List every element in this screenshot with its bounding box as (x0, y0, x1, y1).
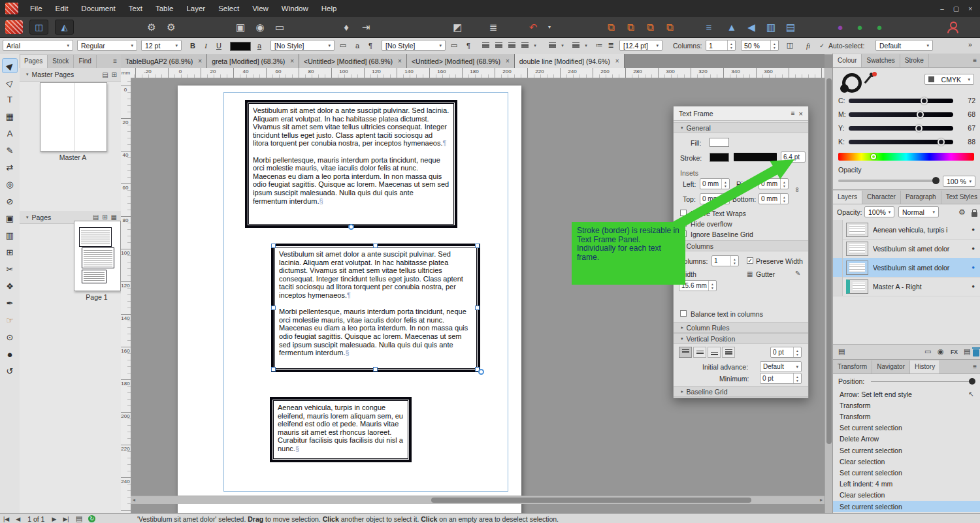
selection-handle[interactable] (271, 244, 276, 248)
history-item[interactable]: Transform (833, 411, 980, 422)
layer-thumbnail[interactable] (846, 223, 868, 237)
character-style-select[interactable]: [No Style] ▾ (270, 40, 335, 51)
highlight-a-icon[interactable]: a (253, 40, 265, 51)
stepper-arrows-icon[interactable]: ▴▾ (770, 40, 778, 50)
columns-tool[interactable]: ▥ (2, 228, 18, 243)
artistic-text-tool[interactable]: A (2, 126, 18, 141)
view-hand-tool[interactable]: ☞ (2, 313, 18, 328)
character-panel-icon[interactable]: ▭ (337, 40, 349, 51)
text-frame-1[interactable]: Vestibulum sit amet dolor a ante suscipi… (245, 100, 457, 228)
font-colour-swatch[interactable] (230, 42, 251, 51)
preferences-gear-icon[interactable]: ⚙ (145, 20, 158, 35)
restore-button[interactable]: ▢ (953, 5, 959, 12)
close-tab-icon[interactable]: × (615, 57, 619, 65)
paragraph-panel-icon[interactable]: ▭ (448, 40, 460, 51)
vertical-scroll-thumb[interactable] (826, 78, 832, 444)
text-flow-node[interactable] (348, 224, 354, 230)
fx-icon[interactable]: FX (951, 349, 958, 355)
paragraph-style-select[interactable]: [No Style] ▾ (382, 40, 446, 51)
align-left-edge-icon[interactable]: ◀ (745, 20, 758, 35)
tf-columns-field[interactable]: 1 ▴▾ (711, 255, 739, 266)
text-ruler-icon[interactable]: ⇥ (359, 20, 372, 35)
colour-model-select[interactable]: CMYK ▾ (924, 74, 974, 85)
pilcrow-icon[interactable]: ¶ (463, 40, 474, 51)
close-tab-icon[interactable]: × (198, 57, 202, 65)
cmyk-slider-track[interactable] (849, 99, 953, 103)
eyedropper-icon[interactable] (867, 74, 869, 84)
master-page-thumbnail[interactable] (40, 82, 107, 151)
opacity-handle[interactable] (932, 177, 939, 184)
inset-left-field[interactable]: 0 mm ▴▾ (700, 178, 730, 189)
align-shapes-icon[interactable]: ▲ (725, 20, 738, 35)
history-item[interactable]: Delete Arrow (833, 434, 980, 445)
panel-close-icon[interactable]: × (799, 110, 803, 118)
menu-item-text[interactable]: Text (122, 0, 149, 17)
menu-item-document[interactable]: Document (74, 0, 122, 17)
transform-tool[interactable]: ⇄ (2, 160, 18, 175)
layer-thumbnail[interactable] (846, 261, 868, 275)
layers-opacity-select[interactable]: 100% ▾ (864, 206, 894, 217)
publisher-persona-icon[interactable] (5, 20, 23, 34)
menu-item-window[interactable]: Window (275, 0, 315, 17)
grid-options-icon[interactable]: ▤ (784, 20, 797, 35)
selection-handle[interactable] (271, 306, 276, 310)
cmyk-slider-handle[interactable] (915, 125, 923, 132)
tab-stroke[interactable]: Stroke (900, 54, 929, 67)
layer-edit-gutter[interactable] (833, 277, 843, 296)
picture-frame-tool-icon[interactable]: ▣ (234, 20, 247, 35)
menu-item-view[interactable]: View (246, 0, 275, 17)
layer-thumbnail[interactable] (846, 242, 868, 256)
layer-row[interactable]: Master A - Right● (833, 277, 980, 296)
tab-stock[interactable]: Stock (48, 55, 74, 68)
balance-text-checkbox[interactable] (680, 310, 687, 317)
node-tool[interactable]: ▷ (2, 75, 18, 90)
picture-frame-tool[interactable]: ▣ (2, 211, 18, 226)
tab-text-styles[interactable]: Text Styles (941, 191, 980, 204)
layer-edit-gutter[interactable] (833, 239, 843, 258)
valign-bottom-button[interactable] (708, 347, 721, 358)
tab-find[interactable]: Find (74, 55, 96, 68)
stepper-arrows-icon[interactable]: ▴▾ (793, 347, 801, 357)
layer-stack-icon[interactable]: ▤ (838, 347, 845, 356)
history-item[interactable]: Transform (833, 400, 980, 411)
font-style-select[interactable]: Regular ▾ (77, 40, 137, 51)
history-position-handle[interactable] (969, 378, 975, 385)
stepper-arrows-icon[interactable]: ▴▾ (780, 179, 788, 189)
colour-wheel-icon[interactable] (842, 73, 862, 93)
last-page-button[interactable]: ▶| (59, 516, 72, 522)
document-tab-2[interactable]: greta [Modified] (68.3%)× (207, 54, 299, 68)
menu-item-table[interactable]: Table (149, 0, 180, 17)
valign-justify-button[interactable] (722, 347, 735, 358)
document-tab-1[interactable]: TableBugAP2 (68.9%)× (121, 54, 207, 68)
valign-center-button[interactable] (693, 347, 706, 358)
history-item[interactable]: Arrow: Set left end style↖ (833, 388, 980, 400)
first-page-button[interactable]: |◀ (0, 516, 12, 522)
valign-top-button[interactable] (679, 347, 692, 358)
tab-colour[interactable]: Colour (833, 54, 862, 67)
move-tool[interactable]: ▶ (2, 58, 18, 73)
mask-icon[interactable]: ▭ (924, 347, 931, 356)
stroke-swatch[interactable] (710, 153, 729, 162)
stroke-width-field[interactable]: 6.4 pt (781, 151, 806, 163)
cmyk-slider-handle[interactable] (921, 97, 928, 104)
general-section-header[interactable]: ▾ General (674, 122, 808, 133)
pages-grid-icon[interactable]: ▦ (111, 214, 117, 221)
edit-master-icon[interactable]: ▤ (102, 71, 108, 78)
spacing-dropdown-icon[interactable]: ▾ (581, 40, 588, 51)
stepper-arrows-icon[interactable]: ▴▾ (730, 256, 738, 266)
valign-offset-field[interactable]: 0 pt ▴▾ (770, 347, 802, 358)
zoom-tool[interactable]: ⊙ (2, 330, 18, 345)
opacity-slider[interactable] (838, 180, 936, 182)
tab-swatches[interactable]: Swatches (862, 54, 900, 67)
layer-visibility-icon[interactable]: ● (972, 227, 975, 232)
show-marks-icon[interactable]: ¶ (365, 40, 376, 51)
fill-swatch[interactable] (710, 138, 729, 147)
opacity-select[interactable]: 100 % ▾ (943, 176, 975, 187)
text-frame-2[interactable]: Vestibulum sit amet dolor a ante suscipi… (271, 244, 480, 372)
tab-paragraph[interactable]: Paragraph (901, 191, 941, 204)
vector-brush-tool[interactable]: ✎ (2, 143, 18, 158)
place-image-icon[interactable]: ♦ (340, 20, 353, 35)
lock-icon[interactable] (972, 210, 977, 218)
move-to-back-icon[interactable]: ⧉ (663, 20, 676, 35)
photo-persona-icon[interactable]: ◫ (29, 20, 48, 35)
